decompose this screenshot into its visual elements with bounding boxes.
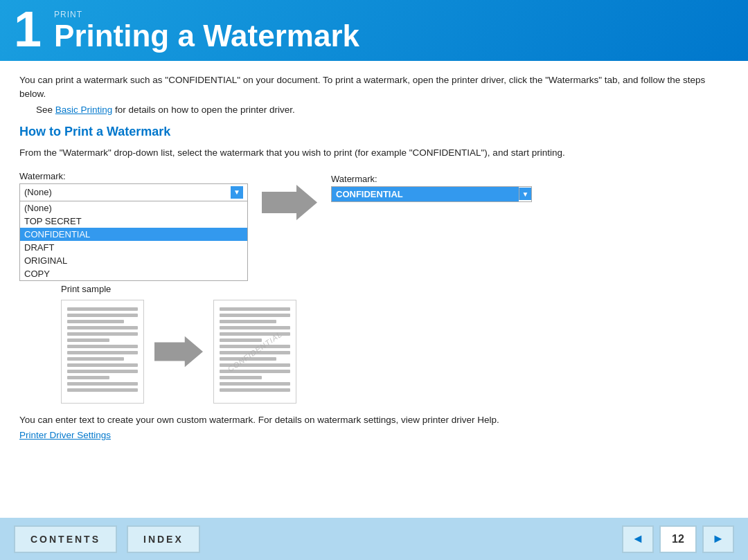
index-button[interactable]: INDEX — [127, 525, 200, 553]
footer-navigation: ◄ 12 ► — [622, 525, 734, 553]
chapter-category: PRINT — [54, 10, 359, 19]
dropdown-demo-area: Watermark: (None) ▼ (None) TOP SECRET CO… — [19, 171, 729, 281]
right-dd-selected-text: CONFIDENTIAL — [336, 189, 403, 199]
intro-paragraph: You can print a watermark such as "CONFI… — [19, 73, 729, 102]
svg-marker-0 — [262, 185, 317, 220]
page-title: Printing a Watermark — [54, 21, 359, 51]
dd-item-topsecret[interactable]: TOP SECRET — [20, 215, 247, 228]
print-sample-label: Print sample — [61, 284, 729, 294]
printer-driver-settings-link[interactable]: Printer Driver Settings — [19, 430, 111, 440]
doc-preview-after: CONFIDENTIAL — [213, 300, 296, 404]
next-page-button[interactable]: ► — [702, 525, 734, 553]
from-paragraph: From the "Watermark" drop-down list, sel… — [19, 146, 729, 160]
dd-item-draft[interactable]: DRAFT — [20, 241, 247, 254]
footer: CONTENTS INDEX ◄ 12 ► — [0, 518, 748, 560]
right-dd-selected-row[interactable]: CONFIDENTIAL — [332, 187, 519, 201]
prev-page-button[interactable]: ◄ — [622, 525, 654, 553]
sample-arrow-icon — [144, 334, 213, 369]
left-dd-list: (None) TOP SECRET CONFIDENTIAL DRAFT ORI… — [20, 201, 247, 280]
bottom-text-section: You can enter text to create your own cu… — [19, 413, 729, 443]
sample-docs-row: CONFIDENTIAL — [61, 300, 729, 404]
chapter-number: 1 — [14, 4, 42, 54]
left-dd-arrow-icon[interactable]: ▼ — [231, 186, 243, 199]
left-dd-box: (None) ▼ (None) TOP SECRET CONFIDENTIAL … — [19, 183, 248, 281]
page-header: 1 PRINT Printing a Watermark — [0, 0, 748, 61]
svg-marker-1 — [154, 336, 203, 367]
left-dropdown[interactable]: Watermark: (None) ▼ (None) TOP SECRET CO… — [19, 171, 248, 281]
header-text: PRINT Printing a Watermark — [54, 10, 359, 51]
dd-item-none[interactable]: (None) — [20, 201, 247, 215]
main-content: You can print a watermark such as "CONFI… — [0, 61, 748, 518]
next-arrow-icon: ► — [712, 532, 724, 546]
contents-button[interactable]: CONTENTS — [14, 525, 117, 553]
left-dd-selected-text: (None) — [24, 187, 52, 197]
right-dd-label: Watermark: — [331, 174, 532, 184]
right-dropdown[interactable]: Watermark: CONFIDENTIAL ▼ — [331, 172, 532, 202]
prev-arrow-icon: ◄ — [632, 532, 644, 546]
dd-item-confidential[interactable]: CONFIDENTIAL — [20, 228, 247, 241]
dd-item-original[interactable]: ORIGINAL — [20, 254, 247, 267]
print-sample-section: Print sample — [19, 284, 729, 404]
see-also-line: See Basic Printing for details on how to… — [36, 105, 729, 115]
bottom-paragraph: You can enter text to create your own cu… — [19, 413, 729, 427]
page-number: 12 — [659, 525, 697, 553]
left-dd-selected-row[interactable]: (None) ▼ — [20, 184, 247, 201]
right-arrow-icon — [248, 171, 331, 222]
left-dd-label: Watermark: — [19, 171, 248, 181]
dd-item-copy[interactable]: COPY — [20, 267, 247, 280]
right-dd-arrow-icon[interactable]: ▼ — [519, 188, 531, 200]
doc-preview-before — [61, 300, 144, 404]
basic-printing-link[interactable]: Basic Printing — [55, 105, 113, 115]
section-title: How to Print a Watermark — [19, 125, 729, 139]
